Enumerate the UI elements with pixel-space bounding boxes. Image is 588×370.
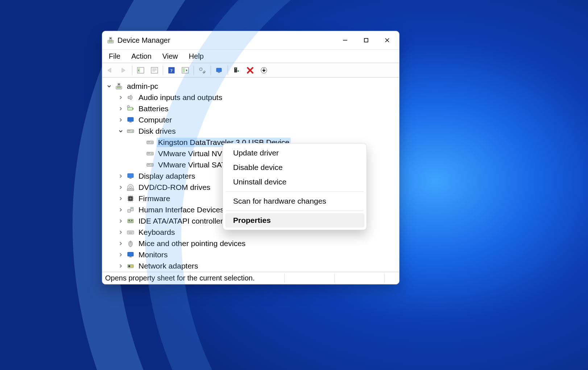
expand-icon[interactable]: [117, 105, 124, 112]
toolbar-help-button[interactable]: ?: [165, 65, 178, 76]
battery-icon: [126, 104, 135, 113]
svg-rect-32: [128, 117, 133, 121]
tree-node-computer[interactable]: Computer: [102, 114, 399, 125]
svg-rect-50: [127, 189, 134, 191]
svg-point-24: [261, 67, 267, 73]
tree-node-keyboards[interactable]: Keyboards: [102, 226, 399, 238]
svg-point-31: [127, 105, 129, 108]
context-menu-update-driver[interactable]: Update driver: [225, 146, 364, 160]
toolbar-separator: [228, 66, 228, 75]
expand-icon[interactable]: [117, 173, 124, 179]
menu-action[interactable]: Action: [130, 51, 153, 62]
expand-icon[interactable]: [117, 195, 124, 202]
tree-node-label: Mice and other pointing devices: [137, 239, 247, 248]
toolbar-properties-button[interactable]: [148, 65, 161, 76]
expand-icon[interactable]: [117, 240, 124, 247]
svg-rect-73: [131, 266, 133, 267]
titlebar[interactable]: Device Manager: [102, 31, 399, 49]
desktop-background: Device Manager File Action View Help: [0, 0, 588, 370]
collapse-icon[interactable]: [117, 128, 124, 134]
tree-node-human-interface-devices[interactable]: Human Interface Devices: [102, 204, 399, 215]
menu-help[interactable]: Help: [187, 51, 205, 62]
context-menu-uninstall-device[interactable]: Uninstall device: [225, 175, 364, 189]
tree-node-label: Network adapters: [137, 261, 200, 271]
svg-rect-60: [127, 231, 134, 234]
tree-node-root[interactable]: admin-pc: [102, 80, 399, 92]
toolbar-more-button[interactable]: [258, 65, 270, 76]
hid-icon: [126, 205, 135, 214]
expand-icon[interactable]: [117, 251, 124, 258]
collapse-icon[interactable]: [106, 83, 112, 90]
expand-icon[interactable]: [117, 184, 124, 191]
expand-icon[interactable]: [117, 117, 124, 123]
tree-node-vmware-virtual-sata-hard-drive[interactable]: VMware Virtual SATA Hard Drive: [102, 159, 399, 170]
context-menu-properties[interactable]: Properties: [225, 213, 364, 228]
menu-file[interactable]: File: [107, 51, 122, 62]
expand-icon[interactable]: [117, 207, 124, 213]
tree-node-monitors[interactable]: Monitors: [102, 249, 399, 260]
svg-point-35: [132, 130, 133, 132]
optical-icon: [126, 183, 135, 192]
monitor-icon: [126, 116, 135, 124]
tree-node-label: VMware Virtual SATA Hard Drive: [157, 160, 270, 170]
context-menu-scan-for-hardware-changes[interactable]: Scan for hardware changes: [225, 194, 364, 208]
chip-icon: [126, 194, 135, 203]
svg-rect-30: [133, 108, 133, 109]
svg-rect-66: [129, 233, 132, 233]
device-tree[interactable]: admin-pc Audio inputs and outputs Batter…: [102, 78, 399, 272]
tree-node-display-adapters[interactable]: Display adapters: [102, 170, 399, 182]
svg-rect-20: [216, 68, 221, 72]
maximize-button[interactable]: [356, 32, 377, 48]
tree-node-label: admin-pc: [125, 82, 160, 91]
toolbar-forward-button[interactable]: [117, 65, 130, 76]
minimize-button[interactable]: [335, 32, 356, 48]
tree-node-ide-ata-atapi-controllers[interactable]: IDE ATA/ATAPI controllers: [102, 215, 399, 226]
expand-icon[interactable]: [117, 263, 124, 269]
toolbar-separator: [132, 66, 132, 75]
svg-point-23: [235, 68, 236, 69]
tree-node-audio-inputs-and-outputs[interactable]: Audio inputs and outputs: [102, 92, 399, 103]
close-button[interactable]: [377, 32, 398, 48]
tree-node-label: Human Interface Devices: [137, 205, 225, 215]
tree-node-kingston-datatraveler-3-0-usb-device[interactable]: Kingston DataTraveler 3.0 USB Device: [102, 137, 399, 148]
tree-node-disk-drives[interactable]: Disk drives: [102, 125, 399, 137]
toolbar-show-tree-button[interactable]: [134, 65, 147, 76]
tree-node-mice-and-other-pointing-devices[interactable]: Mice and other pointing devices: [102, 238, 399, 249]
speaker-icon: [126, 93, 135, 102]
toolbar-uninstall-button[interactable]: [196, 65, 208, 76]
svg-rect-69: [128, 252, 133, 256]
toolbar-remove-button[interactable]: [244, 65, 256, 76]
svg-rect-19: [200, 68, 202, 70]
expand-icon[interactable]: [117, 229, 124, 236]
svg-rect-56: [128, 219, 133, 223]
context-menu: Update driverDisable deviceUninstall dev…: [223, 143, 367, 230]
tree-node-network-adapters[interactable]: Network adapters: [102, 260, 399, 271]
toolbar-scan-button[interactable]: [213, 65, 225, 76]
tree-node-batteries[interactable]: Batteries: [102, 103, 399, 114]
tree-node-label: Monitors: [137, 250, 169, 259]
toolbar-update-driver-button[interactable]: [179, 65, 191, 76]
tree-node-dvd-cd-rom-drives[interactable]: DVD/CD-ROM drives: [102, 182, 399, 193]
svg-rect-62: [129, 232, 130, 232]
tree-node-label: Firmware: [137, 194, 172, 203]
expand-icon[interactable]: [117, 218, 124, 224]
svg-rect-72: [128, 265, 130, 267]
expand-icon[interactable]: [117, 94, 124, 101]
svg-rect-46: [128, 174, 133, 178]
tree-node-label: Computer: [137, 115, 173, 125]
window-title: Device Manager: [117, 36, 170, 45]
svg-text:?: ?: [170, 68, 173, 73]
toolbar-back-button[interactable]: [104, 65, 116, 76]
menu-view[interactable]: View: [161, 51, 179, 62]
toolbar-separator: [211, 66, 211, 75]
svg-rect-10: [151, 67, 158, 73]
tree-node-vmware-virtual-nvme-disk[interactable]: VMware Virtual NVMe Disk: [102, 148, 399, 159]
context-menu-disable-device[interactable]: Disable device: [225, 160, 364, 175]
toolbar: ?: [102, 63, 399, 78]
svg-line-6: [385, 38, 389, 42]
svg-rect-61: [128, 232, 129, 232]
svg-rect-5: [364, 38, 368, 42]
tree-node-firmware[interactable]: Firmware: [102, 193, 399, 204]
svg-rect-1: [109, 41, 112, 42]
toolbar-add-legacy-button[interactable]: [230, 65, 243, 76]
